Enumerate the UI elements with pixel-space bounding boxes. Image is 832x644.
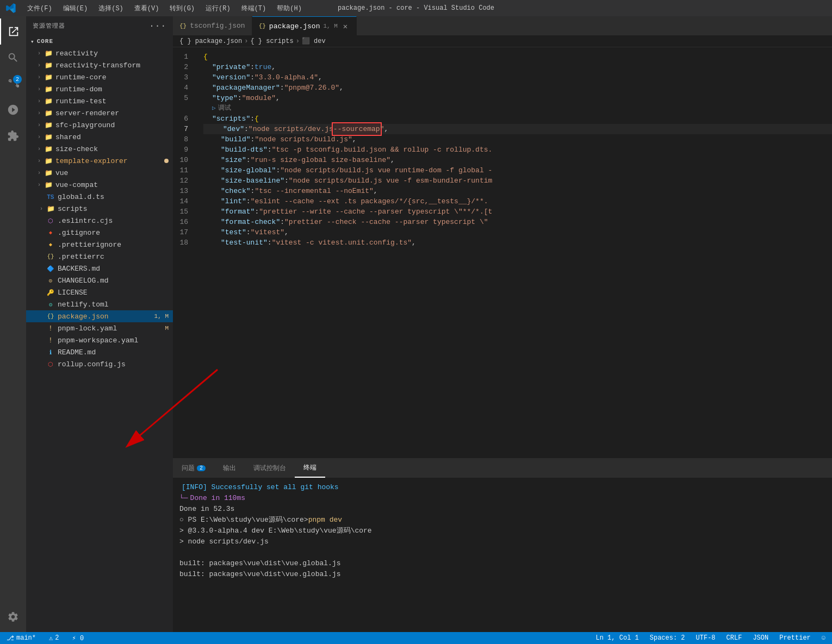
term-prefix: └─ [179,493,188,504]
output-label: 输出 [223,464,236,473]
line-num-12: 12 [173,176,195,186]
panel-tab-problems[interactable]: 问题 2 [173,459,214,478]
code-editor[interactable]: 1 2 3 4 5 6 7 8 9 10 11 12 13 14 15 16 [173,47,832,458]
tree-item-readme[interactable]: ℹ README.md [26,346,173,358]
line-num-3: 3 [173,72,195,83]
terminal-line-2: └─ Done in 110ms [179,493,825,504]
panel-tab-debug-console[interactable]: 调试控制台 [245,459,295,478]
search-icon[interactable] [0,45,26,71]
status-feedback[interactable]: ☺ [819,634,828,642]
run-debug-icon[interactable] [0,97,26,123]
extensions-icon[interactable] [0,123,26,149]
tree-item-license[interactable]: 🔑 LICENSE [26,286,173,298]
tree-item-backers[interactable]: 🔷 BACKERS.md [26,262,173,274]
tree-item-template-explorer[interactable]: › 📁 template-explorer [26,155,173,167]
branch-icon: ⎇ [7,634,14,642]
menu-file[interactable]: 文件(F) [23,3,57,14]
line-num-7: 7 [173,124,195,134]
status-warnings[interactable]: ⚡ 0 [70,634,86,642]
status-formatter[interactable]: Prettier [777,634,813,642]
terminal-line-5: > @3.3.0-alpha.4 dev E:\Web\study\vue源码\… [179,526,825,536]
tree-item-rollup[interactable]: ⬡ rollup.config.js [26,358,173,370]
status-encoding[interactable]: UTF-8 [694,634,718,642]
error-count: 2 [55,634,59,642]
tree-item-pnpm-workspace[interactable]: ! pnpm-workspace.yaml [26,334,173,346]
menu-run[interactable]: 运行(R) [201,3,235,14]
status-position[interactable]: Ln 1, Col 1 [594,634,641,642]
code-line-17: "test": "vitest", [203,227,832,237]
line-numbers: 1 2 3 4 5 6 7 8 9 10 11 12 13 14 15 16 [173,47,199,458]
line-num-2: 2 [173,62,195,72]
tree-item-vue-compat[interactable]: › 📁 vue-compat [26,179,173,191]
tree-item-scripts[interactable]: › 📁 scripts [26,203,173,215]
explorer-icon[interactable] [0,18,26,45]
tree-item-reactivity[interactable]: › 📁 reactivity [26,47,173,59]
tree-item-vue[interactable]: › 📁 vue [26,167,173,179]
branch-name: main* [16,634,36,642]
tree-item-sfc-playground[interactable]: › 📁 sfc-playground [26,119,173,131]
panel-tab-output[interactable]: 输出 [214,459,245,478]
term-text: built: packages\vue\dist\vue.global.js [179,558,340,569]
tree-item-package-json[interactable]: {} package.json 1, M [26,310,173,322]
tree-item-server-renderer[interactable]: › 📁 server-renderer [26,107,173,119]
tab-tsconfig[interactable]: {} tsconfig.json [173,16,252,35]
status-branch[interactable]: ⎇ main* [4,634,38,642]
tree-item-runtime-dom[interactable]: › 📁 runtime-dom [26,83,173,95]
tree-item-runtime-test[interactable]: › 📁 runtime-test [26,95,173,107]
menu-terminal[interactable]: 终端(T) [237,3,271,14]
code-line-7: "dev": "node scripts/dev.js --sourcemap"… [203,124,832,134]
menu-goto[interactable]: 转到(G) [165,3,199,14]
breadcrumb-package-json[interactable]: { } package.json [179,37,242,45]
tree-item-prettierrc[interactable]: {} .prettierrc [26,251,173,262]
line-num-5: 5 [173,93,195,103]
tree-item-gitignore[interactable]: ◆ .gitignore [26,227,173,239]
line-num-13: 13 [173,186,195,196]
code-line-3: "version": "3.3.0-alpha.4", [203,72,832,83]
tree-item-netlify[interactable]: ⚙ netlify.toml [26,298,173,310]
tree-item-runtime-core[interactable]: › 📁 runtime-core [26,71,173,83]
section-core[interactable]: ▾ CORE [26,35,173,47]
breadcrumb-dev[interactable]: ⬛ dev [302,37,326,45]
tab-close-button[interactable]: ✕ [341,22,350,30]
tree-item-pnpm-lock[interactable]: ! pnpm-lock.yaml M [26,322,173,334]
tree-item-reactivity-transform[interactable]: › 📁 reactivity-transform [26,59,173,71]
breadcrumb-scripts[interactable]: { } scripts [250,37,293,45]
status-language[interactable]: JSON [750,634,771,642]
code-line-11: "size-global": "node scripts/build.js vu… [203,165,832,176]
menu-edit[interactable]: 编辑(E) [59,3,92,14]
term-cmd: pnpm dev [308,515,342,526]
code-line-9: "build-dts": "tsc -p tsconfig.build.json… [203,145,832,155]
line-num-15: 15 [173,207,195,217]
tree-item-eslintrc[interactable]: ⬡ .eslintrc.cjs [26,215,173,227]
code-content[interactable]: { "private": true, "version": "3.3.0-alp… [199,47,832,458]
term-text: Done in 110ms [190,493,245,504]
source-control-icon[interactable]: 2 [0,71,26,97]
term-text: Done in 52.3s [179,504,234,515]
tree-item-prettierignore[interactable]: ◆ .prettierignore [26,239,173,251]
line-num-16: 16 [173,217,195,227]
status-spaces[interactable]: Spaces: 2 [648,634,687,642]
status-eol[interactable]: CRLF [724,634,744,642]
tree-item-size-check[interactable]: › 📁 size-check [26,143,173,155]
code-line-13: "check": "tsc --incremental --noEmit", [203,186,832,196]
titlebar-left: 文件(F) 编辑(E) 选择(S) 查看(V) 转到(G) 运行(R) 终端(T… [5,3,306,14]
panel-tab-terminal[interactable]: 终端 [295,459,325,478]
menu-view[interactable]: 查看(V) [130,3,164,14]
breadcrumb-sep-2: › [296,37,300,45]
menu-select[interactable]: 选择(S) [94,3,128,14]
tree-item-shared[interactable]: › 📁 shared [26,131,173,143]
settings-icon[interactable] [0,604,26,630]
error-icon: ⚠ [49,634,53,642]
window-title: package.json - core - Visual Studio Code [338,4,494,12]
status-errors[interactable]: ⚠ 2 [47,634,61,642]
term-prompt: ○ PS E:\Web\study\vue源码\core> [179,515,308,526]
tab-package-json[interactable]: {} package.json 1, M ✕ [252,16,357,35]
terminal-content[interactable]: [INFO] Successfully set all git hooks └─… [173,478,832,632]
code-line-6: "scripts": { [203,114,832,124]
tree-item-global-d-ts[interactable]: TS global.d.ts [26,191,173,203]
tab-icon: {} [179,23,187,29]
sidebar-more-icon[interactable]: ··· [149,21,166,31]
menu-help[interactable]: 帮助(H) [272,3,306,14]
tab-icon: {} [259,23,266,29]
tree-item-changelog[interactable]: ⊙ CHANGELOG.md [26,274,173,286]
